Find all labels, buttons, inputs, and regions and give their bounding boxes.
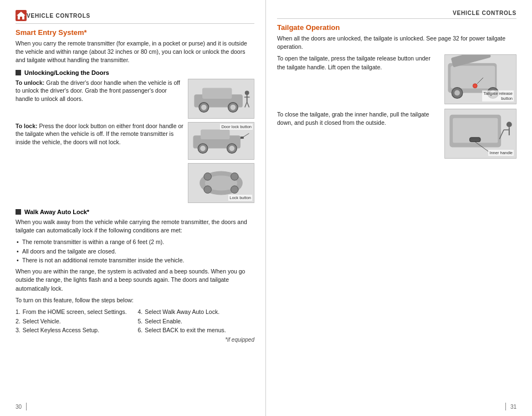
tailgate-release-label: Tailgate releasebutton [482,90,514,102]
left-page-footer: 30 [16,403,27,410]
unlock-content: To unlock: Grab the driver's door handle… [16,79,254,119]
right-page-footer: 31 [505,403,516,410]
home-icon [16,10,27,21]
tailgate-para1: When all the doors are unlocked, the tai… [277,34,516,51]
inner-handle-image: Inner handle [444,109,516,159]
step-6: 6.Select BACK to exit the menus. [138,326,255,334]
svg-point-8 [231,104,236,110]
svg-point-9 [245,90,249,95]
bullet-item-3: There is not an additional remote transm… [16,256,254,265]
svg-rect-16 [201,129,229,139]
walk-away-title: Walk Away Auto Lock* [24,209,89,215]
tailgate-images: Tailgate releasebutton [444,54,516,159]
tailgate-section-title: Tailgate Operation [277,23,516,32]
svg-point-26 [204,186,212,194]
right-header-title: VEHICLE CONTROLS [453,10,516,16]
walk-away-header: Walk Away Auto Lock* [16,209,254,215]
steps-intro: To turn on this feature, follow the step… [16,296,254,305]
step-2: 2.Select Vehicle. [16,317,132,326]
step-5: 5.Select Enable. [138,317,255,326]
svg-point-29 [231,173,239,180]
left-intro-text: When you carry the remote transmitter (f… [16,39,254,65]
lock-content: To lock: Press the door lock button on e… [16,122,254,203]
tailgate-section: Tailgate Operation When all the doors ar… [277,23,516,127]
left-header: VEHICLE CONTROLS [16,10,254,24]
step-4: 4.Select Walk Away Auto Lock. [138,308,255,316]
step-1: 1.From the HOME screen, select Settings. [16,308,132,316]
lock-button-label: Lock button [228,195,252,201]
footer-divider-right [505,403,506,410]
svg-point-20 [229,145,235,151]
lock-text: To lock: Press the door lock button on e… [16,122,188,146]
door-lock-image: Door lock button [188,122,254,160]
footer-divider-left [26,403,27,410]
inner-handle-label: Inner handle [488,150,514,156]
tailgate-release-image: Tailgate releasebutton [444,54,516,104]
right-header: VEHICLE CONTROLS [277,10,516,19]
bullet-item-1: The remote transmitter is within a range… [16,238,254,246]
step-3: 3.Select Keyless Access Setup. [16,326,132,334]
left-section-title: Smart Entry System* [16,28,254,37]
walk-away-follow-text: When you are within the range, the syste… [16,267,254,293]
svg-rect-22 [241,136,244,139]
svg-point-28 [204,173,212,180]
unlock-label: To unlock: [16,79,44,86]
svg-point-18 [200,145,206,151]
walk-away-section: Walk Away Auto Lock* When you walk away … [16,209,254,343]
unlocking-section-header: Unlocking/Locking the Doors [16,69,254,76]
unlock-text: To unlock: Grab the driver's door handle… [16,79,188,103]
lock-button-image: Lock button [188,163,254,203]
svg-point-27 [231,186,239,194]
svg-rect-43 [469,138,480,142]
door-lock-button-label: Door lock button [220,124,253,130]
tailgate-para3-text: To close the tailgate, grab the inner ha… [277,111,429,126]
bullet-item-2: All doors and the tailgate are closed. [16,247,254,256]
svg-rect-4 [202,88,232,98]
right-page-number: 31 [510,404,516,410]
walk-away-intro: When you walk away from the vehicle whil… [16,218,254,235]
left-header-title: VEHICLE CONTROLS [27,13,90,19]
subsection-bullet-icon [16,70,21,75]
unlock-image [188,79,254,119]
left-page-number: 30 [16,404,22,410]
walk-away-bullet-icon [16,209,21,215]
footnote: *if equipped [16,337,254,343]
svg-point-38 [473,84,477,88]
svg-point-6 [201,104,207,110]
svg-point-35 [454,90,460,96]
lock-body: Press the door lock button on either fro… [16,123,183,145]
unlocking-section-title: Unlocking/Locking the Doors [24,69,109,76]
right-page: VEHICLE CONTROLS Tailgate Operation When… [266,0,532,416]
steps-grid: 1.From the HOME screen, select Settings.… [16,308,254,334]
left-page: VEHICLE CONTROLS Smart Entry System* Whe… [0,0,266,416]
tailgate-para2-text: To open the tailgate, press the tailgate… [277,55,431,70]
lock-label: To lock: [16,123,37,129]
svg-point-44 [507,122,512,128]
